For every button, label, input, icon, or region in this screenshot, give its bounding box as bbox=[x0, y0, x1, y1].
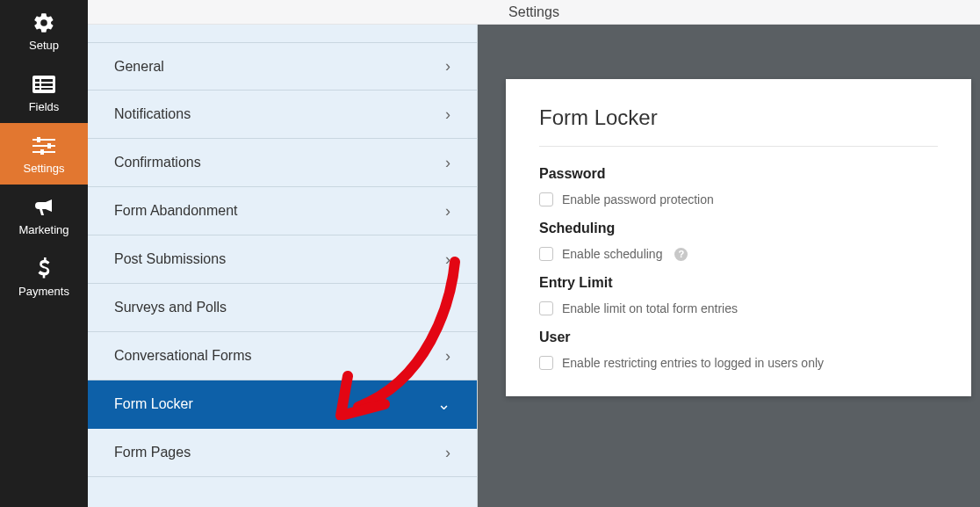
chevron-right-icon: › bbox=[445, 347, 450, 366]
svg-rect-12 bbox=[40, 149, 44, 155]
submenu-label: General bbox=[114, 59, 164, 75]
submenu-item-surveys-polls[interactable]: Surveys and Polls › bbox=[88, 284, 477, 332]
password-check-label: Enable password protection bbox=[562, 192, 714, 206]
svg-rect-11 bbox=[47, 143, 51, 148]
submenu-item-conversational-forms[interactable]: Conversational Forms › bbox=[88, 332, 477, 380]
svg-rect-3 bbox=[35, 83, 40, 86]
sidebar-item-settings[interactable]: Settings bbox=[0, 123, 88, 185]
password-section-label: Password bbox=[539, 166, 938, 182]
submenu-label: Conversational Forms bbox=[114, 348, 252, 364]
sidebar: Setup Fields Settings Marketing Payments bbox=[0, 0, 88, 507]
submenu-label: Form Pages bbox=[114, 445, 191, 460]
scheduling-check-label: Enable scheduling bbox=[562, 247, 662, 261]
submenu-label: Post Submissions bbox=[114, 251, 226, 267]
chevron-right-icon: › bbox=[445, 105, 450, 124]
form-locker-panel: Form Locker Password Enable password pro… bbox=[506, 79, 971, 396]
sidebar-label: Setup bbox=[29, 39, 59, 52]
submenu-item-form-locker[interactable]: Form Locker ⌄ bbox=[88, 380, 477, 429]
sidebar-label: Marketing bbox=[18, 223, 68, 236]
submenu-item-confirmations[interactable]: Confirmations › bbox=[88, 139, 477, 187]
scheduling-checkbox[interactable] bbox=[539, 247, 553, 261]
svg-rect-8 bbox=[32, 145, 55, 147]
gear-icon bbox=[0, 11, 88, 35]
svg-rect-7 bbox=[32, 139, 55, 141]
list-icon bbox=[0, 72, 88, 97]
entry-limit-checkbox[interactable] bbox=[539, 301, 553, 315]
settings-submenu: General › Notifications › Confirmations … bbox=[88, 25, 478, 507]
sliders-icon bbox=[0, 134, 88, 158]
chevron-right-icon: › bbox=[445, 444, 450, 462]
password-checkbox[interactable] bbox=[539, 192, 553, 206]
entry-limit-check-label: Enable limit on total form entries bbox=[562, 301, 738, 315]
chevron-right-icon: › bbox=[445, 154, 450, 172]
sidebar-label: Fields bbox=[29, 100, 60, 113]
chevron-right-icon: › bbox=[445, 250, 450, 269]
svg-rect-5 bbox=[35, 88, 40, 90]
user-check-label: Enable restricting entries to logged in … bbox=[562, 356, 824, 370]
chevron-right-icon: › bbox=[445, 202, 450, 221]
svg-rect-10 bbox=[37, 137, 40, 142]
submenu-item-general[interactable]: General › bbox=[88, 42, 477, 91]
svg-rect-2 bbox=[41, 79, 53, 82]
submenu-item-form-abandonment[interactable]: Form Abandonment › bbox=[88, 187, 477, 235]
submenu-label: Form Locker bbox=[114, 396, 193, 412]
svg-rect-4 bbox=[41, 83, 53, 86]
sidebar-label: Settings bbox=[24, 162, 65, 175]
submenu-label: Form Abandonment bbox=[114, 203, 238, 219]
help-icon[interactable]: ? bbox=[674, 248, 688, 261]
submenu-item-notifications[interactable]: Notifications › bbox=[88, 91, 477, 139]
submenu-label: Notifications bbox=[114, 106, 191, 122]
scheduling-section-label: Scheduling bbox=[539, 221, 938, 236]
panel-title: Form Locker bbox=[539, 105, 938, 147]
chevron-down-icon: ⌄ bbox=[437, 395, 450, 414]
submenu-item-form-pages[interactable]: Form Pages › bbox=[88, 429, 477, 477]
entry-limit-section-label: Entry Limit bbox=[539, 275, 938, 291]
user-checkbox[interactable] bbox=[539, 356, 553, 370]
svg-rect-1 bbox=[35, 79, 40, 82]
sidebar-item-payments[interactable]: Payments bbox=[0, 246, 88, 308]
user-section-label: User bbox=[539, 330, 938, 345]
sidebar-item-marketing[interactable]: Marketing bbox=[0, 185, 88, 246]
bullhorn-icon bbox=[0, 195, 88, 220]
submenu-item-post-submissions[interactable]: Post Submissions › bbox=[88, 235, 477, 284]
sidebar-label: Payments bbox=[18, 285, 69, 298]
submenu-label: Confirmations bbox=[114, 155, 201, 170]
svg-rect-6 bbox=[41, 88, 53, 90]
sidebar-item-fields[interactable]: Fields bbox=[0, 62, 88, 123]
chevron-right-icon: › bbox=[445, 299, 450, 317]
content-area: Form Locker Password Enable password pro… bbox=[478, 25, 980, 507]
page-title: Settings bbox=[88, 0, 980, 25]
dollar-icon bbox=[0, 257, 88, 281]
sidebar-item-setup[interactable]: Setup bbox=[0, 0, 88, 62]
submenu-label: Surveys and Polls bbox=[114, 300, 227, 315]
chevron-right-icon: › bbox=[445, 57, 450, 76]
